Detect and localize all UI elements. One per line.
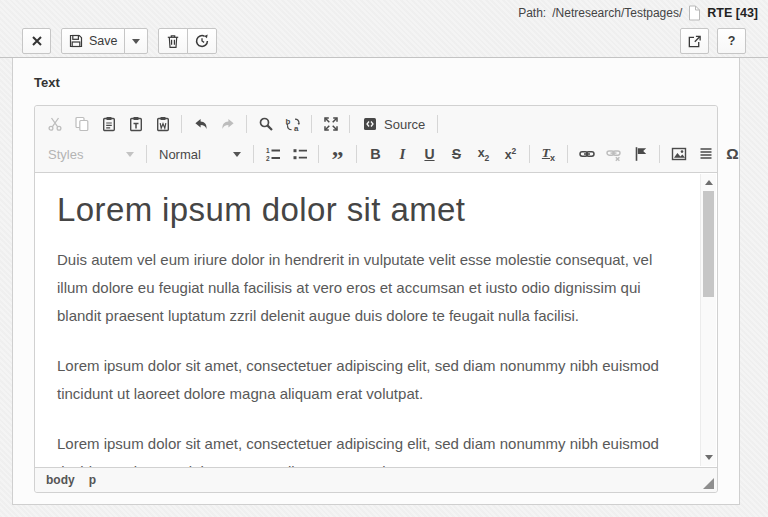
close-button[interactable]: [22, 28, 51, 54]
undo-button[interactable]: [187, 112, 214, 136]
blockquote-button[interactable]: ”: [324, 142, 351, 166]
record-title: RTE [43]: [707, 6, 758, 20]
delete-button[interactable]: [158, 28, 188, 54]
italic-button[interactable]: I: [389, 142, 416, 166]
underline-button[interactable]: U: [416, 142, 443, 166]
replace-button[interactable]: ba: [279, 112, 306, 136]
field-label: Text: [34, 75, 718, 90]
toolbar-separator: [253, 145, 254, 163]
subscript-icon: x2: [478, 146, 490, 163]
strikethrough-icon: S: [452, 146, 461, 162]
toolbar-separator: [659, 145, 660, 163]
paste-button[interactable]: [95, 112, 122, 136]
record-form-panel: Text: [12, 58, 740, 505]
toolbar-row-2: Styles Normal 12 ”: [41, 139, 711, 169]
paste-text-button[interactable]: [122, 112, 149, 136]
path-label: Path:: [518, 6, 546, 20]
superscript-button[interactable]: x2: [497, 142, 524, 166]
scrollbar-thumb[interactable]: [703, 191, 714, 297]
bold-icon: B: [370, 146, 380, 162]
ordered-list-button[interactable]: 12: [259, 142, 286, 166]
replace-icon: ba: [285, 116, 301, 132]
cut-button[interactable]: [41, 112, 68, 136]
styles-dropdown[interactable]: Styles: [41, 142, 141, 166]
subscript-button[interactable]: x2: [470, 142, 497, 166]
format-dropdown[interactable]: Normal: [152, 142, 248, 166]
content-paragraph: Lorem ipsum dolor sit amet, consectetuer…: [57, 430, 677, 467]
superscript-icon: x2: [505, 146, 517, 162]
open-new-window-button[interactable]: [680, 28, 709, 54]
link-button[interactable]: [573, 142, 600, 166]
toolbar-separator: [356, 145, 357, 163]
rich-text-editor: ba Source Styles: [34, 105, 718, 493]
docheader-left-buttons: Save: [22, 28, 217, 54]
chevron-down-icon: [233, 152, 241, 157]
save-split-button: Save: [61, 28, 148, 54]
bold-button[interactable]: B: [362, 142, 389, 166]
editor-content-area[interactable]: Lorem ipsum dolor sit amet Duis autem ve…: [35, 173, 717, 467]
svg-text:a: a: [294, 124, 299, 132]
unlink-button[interactable]: [600, 142, 627, 166]
clipboard-text-icon: [128, 116, 144, 132]
copy-icon: [74, 116, 90, 132]
styles-dropdown-label: Styles: [48, 147, 83, 162]
close-icon: [31, 35, 43, 47]
horizontal-rule-icon: [698, 146, 714, 162]
trash-icon: [165, 33, 181, 49]
remove-format-icon: Tx: [542, 145, 555, 163]
toolbar-separator: [146, 145, 147, 163]
element-path-body[interactable]: body: [46, 473, 75, 487]
scroll-up-icon[interactable]: [705, 180, 713, 185]
find-button[interactable]: [252, 112, 279, 136]
clipboard-icon: [101, 116, 117, 132]
paste-word-button[interactable]: [149, 112, 176, 136]
redo-button[interactable]: [214, 112, 241, 136]
element-path-p[interactable]: p: [89, 473, 96, 487]
maximize-icon: [323, 116, 339, 132]
horizontal-rule-button[interactable]: [692, 142, 719, 166]
bullet-list-icon: [292, 146, 308, 162]
editor-toolbar: ba Source Styles: [35, 106, 717, 173]
save-button-label: Save: [89, 34, 118, 48]
italic-icon: I: [400, 146, 406, 163]
flag-icon: [633, 146, 649, 162]
source-button[interactable]: Source: [355, 112, 432, 136]
editor-scrollbar[interactable]: [700, 174, 716, 466]
docheader: Save ?: [0, 25, 768, 58]
numbered-list-icon: 12: [265, 146, 281, 162]
toolbar-separator: [246, 115, 247, 133]
history-undo-icon: [194, 33, 210, 49]
open-new-window-icon: [687, 34, 702, 49]
format-dropdown-label: Normal: [159, 147, 201, 162]
maximize-button[interactable]: [317, 112, 344, 136]
search-icon: [258, 116, 274, 132]
rte-document: Lorem ipsum dolor sit amet Duis autem ve…: [35, 196, 717, 467]
toolbar-row-1: ba Source: [41, 109, 711, 139]
scroll-down-icon[interactable]: [705, 455, 713, 460]
save-button[interactable]: Save: [61, 28, 125, 54]
bullet-list-button[interactable]: [286, 142, 313, 166]
toolbar-separator: [181, 115, 182, 133]
source-code-icon: [362, 116, 378, 132]
clipboard-word-icon: [155, 116, 171, 132]
unlink-icon: [606, 146, 622, 162]
breadcrumb: Path: /Netresearch/Testpages/ RTE [43]: [0, 0, 768, 25]
remove-format-button[interactable]: Tx: [535, 142, 562, 166]
special-character-button[interactable]: Ω: [719, 142, 746, 166]
anchor-button[interactable]: [627, 142, 654, 166]
undo-icon: [193, 116, 209, 132]
save-options-button[interactable]: [124, 28, 148, 54]
history-button[interactable]: [187, 28, 217, 54]
redo-icon: [220, 116, 236, 132]
help-button[interactable]: ?: [717, 28, 746, 54]
image-button[interactable]: [665, 142, 692, 166]
strikethrough-button[interactable]: S: [443, 142, 470, 166]
typo3-record-edit-module: { "topbar": { "path_label": "Path:", "pa…: [0, 0, 768, 517]
resize-grip[interactable]: [703, 478, 714, 489]
link-icon: [579, 146, 595, 162]
omega-icon: Ω: [726, 145, 738, 163]
copy-button[interactable]: [68, 112, 95, 136]
image-icon: [671, 146, 687, 162]
svg-text:2: 2: [266, 155, 270, 162]
source-button-label: Source: [384, 117, 425, 132]
